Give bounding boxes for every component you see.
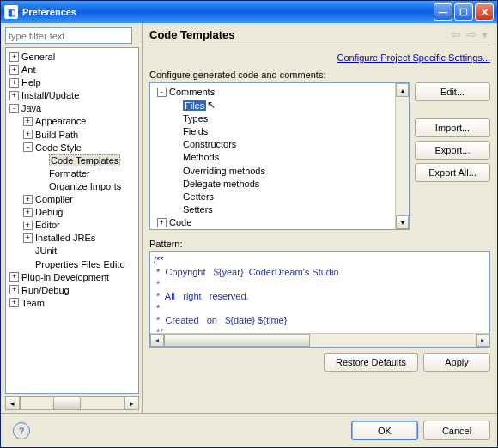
scroll-right-button[interactable]: ▸ — [125, 396, 139, 410]
mouse-cursor-icon: ↖ — [207, 99, 216, 111]
close-button[interactable]: ✕ — [475, 3, 494, 21]
expand-icon[interactable]: + — [9, 65, 19, 75]
tree-node[interactable]: +Build Path — [6, 128, 138, 141]
titlebar[interactable]: ◧ Preferences — ☐ ✕ — [1, 1, 497, 23]
import-button[interactable]: Import... — [415, 118, 490, 137]
expand-icon[interactable]: + — [9, 78, 19, 88]
tree-node[interactable]: -Code Style — [6, 141, 138, 154]
tree-label: General — [21, 51, 55, 62]
tree-label: Formatter — [49, 168, 90, 179]
restore-defaults-button[interactable]: Restore Defaults — [324, 353, 418, 372]
expand-icon[interactable]: + — [9, 91, 19, 100]
tree-node[interactable]: Organize Imports — [6, 179, 138, 192]
tree-label: Run/Debug — [21, 285, 70, 295]
tree-label: Java — [21, 103, 41, 113]
expand-icon[interactable]: + — [23, 195, 33, 204]
collapse-icon[interactable]: - — [9, 104, 19, 113]
tree-node[interactable]: Setters — [150, 203, 409, 215]
tree-node[interactable]: +Appearance — [6, 114, 138, 127]
edit-button[interactable]: Edit... — [415, 82, 490, 101]
tree-node[interactable]: +Compiler — [6, 192, 138, 205]
export-button[interactable]: Export... — [415, 141, 490, 160]
tree-node[interactable]: +Editor — [6, 218, 138, 231]
tree-node[interactable]: Properties Files Edito — [6, 257, 138, 270]
project-settings-link[interactable]: Configure Project Specific Settings... — [149, 52, 490, 63]
expand-icon[interactable]: + — [23, 208, 33, 217]
tree-node[interactable]: +Debug — [6, 205, 138, 218]
pattern-hscroll[interactable]: ◂▸ — [150, 333, 489, 347]
tree-node[interactable]: Constructors — [150, 137, 409, 150]
tree-node[interactable]: Overriding methods — [150, 164, 409, 177]
tree-label: Constructors — [183, 139, 236, 149]
expand-icon[interactable]: + — [23, 130, 33, 139]
expand-icon[interactable]: + — [9, 52, 19, 62]
collapse-icon[interactable]: - — [157, 88, 167, 97]
tree-node[interactable]: +Install/Update — [6, 88, 138, 101]
export-all-button[interactable]: Export All... — [415, 163, 490, 182]
left-pane: +General+Ant+Help+Install/Update-Java+Ap… — [1, 23, 143, 413]
ok-button[interactable]: OK — [351, 421, 418, 440]
expand-icon[interactable]: + — [9, 298, 19, 307]
tree-node[interactable]: Code Templates — [6, 154, 138, 166]
scroll-track[interactable] — [20, 396, 125, 410]
tree-label: Fields — [183, 126, 208, 136]
cfg-vscroll[interactable]: ▴▾ — [395, 83, 409, 229]
pattern-content: /** * Copyright ${year} CoderDream's Stu… — [154, 255, 338, 337]
expand-icon[interactable]: + — [23, 221, 33, 230]
tree-node[interactable]: Formatter — [6, 166, 138, 179]
preferences-tree[interactable]: +General+Ant+Help+Install/Update-Java+Ap… — [5, 47, 139, 394]
expand-icon[interactable]: + — [9, 285, 19, 294]
collapse-icon[interactable]: - — [23, 142, 33, 152]
nav-back-icon[interactable]: ⇦ — [448, 27, 464, 41]
window-icon: ◧ — [4, 5, 18, 19]
tree-label: Installed JREs — [35, 233, 95, 243]
tree-node[interactable]: Getters — [150, 190, 409, 203]
tree-node[interactable]: Delegate methods — [150, 177, 409, 190]
tree-node[interactable]: +Code — [150, 215, 409, 228]
apply-button[interactable]: Apply — [423, 353, 490, 372]
tree-label: Plug-in Development — [21, 272, 109, 282]
minimize-button[interactable]: — — [434, 3, 452, 21]
cancel-button[interactable]: Cancel — [423, 421, 490, 440]
filter-input[interactable] — [5, 27, 132, 44]
tree-node[interactable]: Types — [150, 112, 409, 124]
tree-label: JUnit — [35, 246, 57, 257]
tree-node[interactable]: +Installed JREs — [6, 231, 138, 244]
tree-label: Files — [183, 100, 206, 111]
tree-label: Editor — [35, 220, 60, 230]
tree-label: Team — [21, 298, 45, 308]
page-title: Code Templates — [149, 28, 448, 41]
tree-label: Overriding methods — [183, 166, 265, 176]
help-button[interactable]: ? — [13, 422, 30, 439]
tree-node[interactable]: -Comments — [150, 85, 409, 98]
nav-forward-icon[interactable]: ⇨ — [464, 27, 479, 41]
tree-label: Code — [169, 217, 191, 227]
expand-icon[interactable]: + — [9, 272, 19, 282]
maximize-button[interactable]: ☐ — [454, 3, 473, 21]
tree-node[interactable]: +Help — [6, 76, 138, 88]
tree-node[interactable]: Files↖ — [150, 98, 409, 112]
scroll-thumb[interactable] — [53, 397, 81, 409]
config-label: Configure generated code and comments: — [149, 70, 490, 80]
expand-icon[interactable]: + — [157, 218, 167, 227]
tree-node[interactable]: +General — [6, 50, 138, 63]
expand-icon[interactable]: + — [23, 233, 33, 243]
tree-node[interactable]: +Plug-in Development — [6, 270, 138, 283]
tree-node[interactable]: Methods — [150, 150, 409, 163]
tree-label: Appearance — [35, 117, 86, 127]
tree-node[interactable]: +Run/Debug — [6, 283, 138, 296]
tree-label: Comments — [169, 87, 215, 97]
tree-hscroll[interactable]: ◂ ▸ — [5, 396, 139, 410]
pattern-textarea[interactable]: /** * Copyright ${year} CoderDream's Stu… — [149, 251, 490, 348]
tree-node[interactable]: +Ant — [6, 63, 138, 76]
expand-icon[interactable]: + — [23, 117, 33, 126]
tree-node[interactable]: -Java — [6, 101, 138, 114]
tree-node[interactable]: +Team — [6, 296, 138, 309]
tree-node[interactable]: JUnit — [6, 244, 138, 257]
code-templates-tree[interactable]: -CommentsFiles↖TypesFieldsConstructorsMe… — [149, 82, 410, 230]
nav-menu-icon[interactable]: ▾ — [479, 27, 490, 41]
right-pane: Code Templates ⇦ ⇨ ▾ Configure Project S… — [143, 23, 497, 413]
tree-node[interactable]: Fields — [150, 124, 409, 137]
tree-label: Help — [21, 77, 41, 88]
scroll-left-button[interactable]: ◂ — [5, 396, 20, 410]
